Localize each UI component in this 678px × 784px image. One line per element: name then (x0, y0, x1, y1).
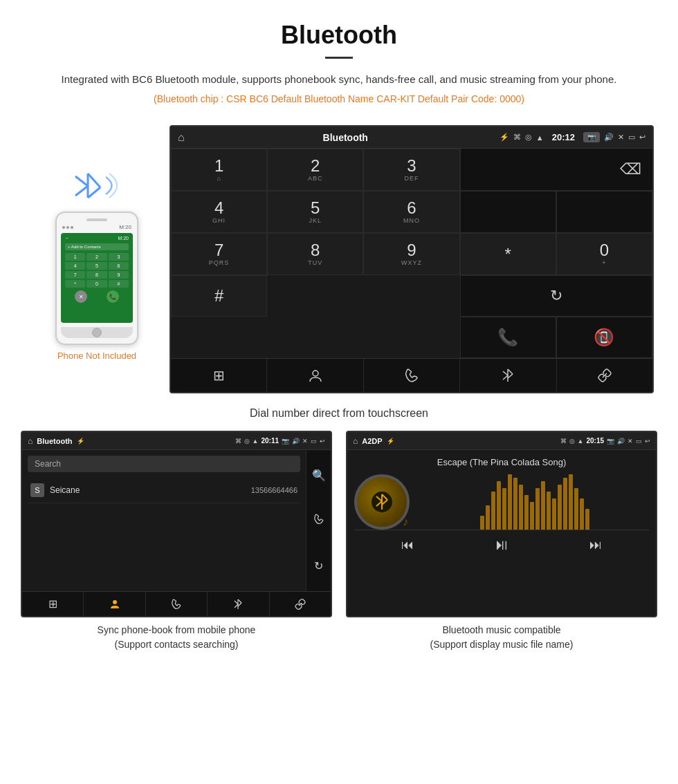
title-divider (325, 57, 353, 59)
pb-time: 20:11 (261, 437, 279, 445)
music-loc-icon: ◎ (569, 438, 575, 445)
key-6[interactable]: 6 MNO (363, 191, 459, 233)
pb-status-icons: ⌘ ◎ ▲ 20:11 📷 🔊 ✕ ▭ ↩ (235, 437, 326, 445)
main-caption: Dial number direct from touchscreen (0, 400, 678, 431)
music-album-area: ♪ (354, 474, 649, 530)
phonebook-screen: ⌂ Bluetooth ⚡ ⌘ ◎ ▲ 20:11 📷 🔊 ✕ ▭ ↩ (21, 431, 332, 617)
key-5[interactable]: 5 JKL (267, 191, 363, 233)
pb-tb-phone-btn[interactable] (146, 592, 208, 616)
pb-sidebar-refresh-icon[interactable]: ↻ (314, 559, 323, 572)
svg-line-14 (238, 603, 241, 606)
toolbar-dialpad-button[interactable]: ⊞ (171, 359, 267, 392)
answer-icon: 📞 (497, 328, 518, 347)
toolbar-link-button[interactable] (557, 359, 652, 392)
pb-tb-contacts-btn[interactable] (84, 592, 145, 616)
svg-point-11 (113, 600, 117, 604)
key-2[interactable]: 2 ABC (267, 149, 363, 191)
dial-display: ⌫ (460, 149, 652, 191)
pb-screen-icon: ▭ (311, 438, 317, 445)
eq-bar (541, 481, 545, 530)
svg-point-5 (313, 371, 318, 376)
contact-letter: S (30, 483, 44, 497)
svg-line-9 (503, 371, 508, 375)
eq-bar (491, 492, 495, 530)
eq-bar (585, 509, 589, 530)
pb-cam-icon: 📷 (282, 438, 289, 445)
pb-bt-icon: ⌘ (235, 438, 241, 445)
key-1[interactable]: 1 ⌂ (171, 149, 267, 191)
key-4[interactable]: 4 GHI (171, 191, 267, 233)
redial-icon: ↻ (550, 287, 562, 305)
key-8[interactable]: 8 TUV (267, 233, 363, 275)
toolbar-contacts-button[interactable] (267, 359, 363, 392)
eq-bar (574, 488, 578, 530)
eq-bar (502, 488, 506, 530)
phone-screen: ← M:20 + Add to Contacts 1 2 3 4 5 6 7 8… (61, 233, 133, 323)
key-9[interactable]: 9 WXYZ (363, 233, 459, 275)
svg-line-19 (382, 500, 387, 505)
key-7[interactable]: 7 PQRS (171, 233, 267, 275)
pb-sidebar-search-icon[interactable]: 🔍 (312, 469, 326, 482)
pb-tb-dialpad-btn[interactable]: ⊞ (22, 592, 84, 616)
music-controls: ⏮ ⏯ ⏭ (354, 530, 649, 557)
pb-back-icon: ↩ (320, 438, 325, 445)
toolbar-bluetooth-button[interactable] (460, 359, 556, 392)
dial-bottom-toolbar: ⊞ (171, 358, 652, 392)
next-track-button[interactable]: ⏭ (589, 538, 602, 552)
phonebook-status-bar: ⌂ Bluetooth ⚡ ⌘ ◎ ▲ 20:11 📷 🔊 ✕ ▭ ↩ (22, 432, 331, 450)
pb-home-icon: ⌂ (28, 436, 33, 446)
toolbar-phone-button[interactable] (364, 359, 460, 392)
music-content: Escape (The Pina Colada Song) (347, 450, 656, 616)
key-empty-r2-4 (460, 191, 556, 233)
phone-end-button: ✕ (75, 290, 87, 303)
key-hash[interactable]: # (171, 275, 267, 317)
eq-bar (552, 498, 556, 530)
phone-not-included-label: Phone Not Included (57, 351, 136, 361)
svg-line-1 (88, 174, 100, 187)
bluetooth-album-icon (372, 492, 392, 512)
eq-bar (480, 516, 484, 530)
equalizer-display (421, 474, 649, 530)
camera-button[interactable]: 📷 (583, 132, 600, 142)
contacts-icon (308, 368, 323, 383)
end-call-button[interactable]: 📵 (556, 317, 652, 358)
phone-home-button (92, 328, 102, 337)
contacts-tb-icon (109, 599, 120, 610)
page-specs: (Bluetooth chip : CSR BC6 Default Blueto… (42, 93, 636, 104)
dialpad-container: 1 ⌂ 2 ABC 3 DEF ⌫ 4 GHI 5 JKL (171, 149, 652, 392)
redial-cell[interactable]: ↻ (460, 275, 652, 317)
key-star[interactable]: * (460, 233, 556, 275)
key-0[interactable]: 0 + (556, 233, 652, 275)
search-bar[interactable]: Search (28, 456, 300, 472)
svg-line-16 (235, 604, 238, 608)
music-title: A2DP (362, 437, 382, 445)
music-close-icon: ✕ (627, 438, 633, 445)
bottom-screens-area: ⌂ Bluetooth ⚡ ⌘ ◎ ▲ 20:11 📷 🔊 ✕ ▭ ↩ (0, 431, 678, 666)
home-icon: ⌂ (178, 131, 185, 144)
backspace-icon[interactable]: ⌫ (620, 160, 641, 178)
signal-icon: ▲ (536, 133, 544, 142)
pb-usb-icon: ⚡ (77, 438, 84, 445)
key-3[interactable]: 3 DEF (363, 149, 459, 191)
play-pause-button[interactable]: ⏯ (494, 536, 509, 554)
phonebook-with-sidebar: Search S Seicane 13566664466 🔍 (22, 450, 331, 591)
eq-bar (580, 498, 584, 530)
dial-screen-title: Bluetooth (192, 132, 500, 143)
answer-call-button[interactable]: 📞 (460, 317, 556, 358)
phone-key-6: 6 (109, 262, 129, 270)
pb-vol-icon: 🔊 (292, 438, 300, 445)
music-vol-icon: 🔊 (617, 438, 625, 445)
contact-number: 13566664466 (251, 486, 297, 494)
pb-sidebar-phone-icon[interactable] (313, 514, 324, 528)
pb-tb-bluetooth-btn[interactable] (208, 592, 269, 616)
usb-icon: ⚡ (500, 133, 509, 142)
contact-row[interactable]: S Seicane 13566664466 (28, 478, 300, 503)
pb-tb-link-btn[interactable] (270, 592, 331, 616)
music-home-icon: ⌂ (353, 436, 358, 446)
phone-signal-dots (62, 226, 73, 229)
svg-line-7 (508, 369, 513, 374)
page-header: Bluetooth Integrated with BC6 Bluetooth … (0, 0, 678, 125)
car-dial-screen: ⌂ Bluetooth ⚡ ⌘ ◎ ▲ 20:12 📷 🔊 ✕ ▭ ↩ 1 ⌂ (170, 125, 654, 393)
prev-track-button[interactable]: ⏮ (401, 538, 414, 552)
phone-mockup: M:20 ← M:20 + Add to Contacts 1 2 3 4 5 … (55, 212, 138, 345)
